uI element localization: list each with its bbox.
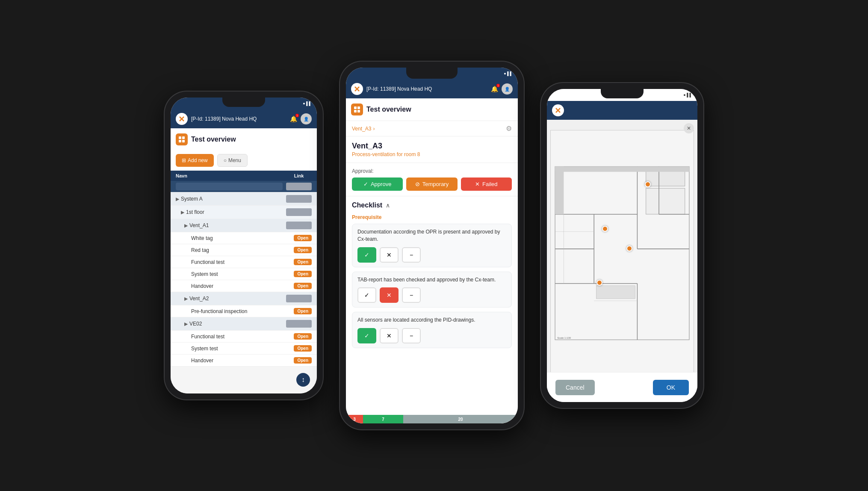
link-cell-system-a[interactable] xyxy=(286,195,312,203)
tree-item-pre-functional[interactable]: Pre-functional inspection Open xyxy=(171,305,317,317)
badge-functional-test-2: Open xyxy=(294,333,312,340)
checklist-item-3: All sensors are located according the PI… xyxy=(352,312,512,348)
tree-item-functional-test[interactable]: Functional test Open xyxy=(171,256,317,268)
detail-page-header: Test overview xyxy=(346,98,518,121)
link-cell-1st-floor[interactable] xyxy=(286,208,312,216)
tree-item-1st-floor[interactable]: ▶ 1st floor xyxy=(171,206,317,219)
tree-item-white-tag[interactable]: White tag Open xyxy=(171,232,317,244)
add-icon: ⊞ xyxy=(182,157,186,163)
checklist-item-3-na-btn[interactable]: − xyxy=(402,328,421,343)
tree-item-system-test-2[interactable]: System test Open xyxy=(171,343,317,355)
tree-item-ve02[interactable]: ▶ VE02 xyxy=(171,317,317,331)
search-field[interactable] xyxy=(176,183,283,190)
notification-bell-2[interactable]: 🔔 1 xyxy=(491,86,498,92)
tree-item-label-red-tag: Red tag xyxy=(176,247,294,253)
user-avatar-1[interactable]: 👤 xyxy=(301,113,312,124)
svg-rect-21 xyxy=(555,167,689,172)
settings-gear-icon[interactable]: ⚙ xyxy=(506,124,512,133)
folder-icon-system-a: ▶ xyxy=(176,196,179,202)
approval-buttons: ✓ Approve ⊘ Temporary ✕ Failed xyxy=(352,177,512,191)
add-new-button[interactable]: ⊞ Add new xyxy=(176,154,214,167)
svg-rect-0 xyxy=(179,136,181,139)
nav-bar-1: [P-Id: 11389] Nova Head HQ 🔔 1 👤 xyxy=(171,109,317,128)
checklist-item-1-approve-btn[interactable]: ✓ xyxy=(357,247,376,263)
folder-icon-vent-a1: ▶ xyxy=(184,223,188,228)
failed-button[interactable]: ✕ Failed xyxy=(461,177,512,191)
tree-item-handover[interactable]: Handover Open xyxy=(171,280,317,292)
tree-item-red-tag[interactable]: Red tag Open xyxy=(171,244,317,256)
floorplan-close-button[interactable]: ✕ xyxy=(684,123,694,133)
progress-bar-bottom: 3 7 20 xyxy=(346,415,518,423)
tree-item-functional-test-2[interactable]: Functional test Open xyxy=(171,331,317,343)
badge-handover-2: Open xyxy=(294,357,312,364)
checklist-item-2-reject-btn[interactable]: ✕ xyxy=(380,287,399,303)
breadcrumb-arrow-icon: › xyxy=(373,126,375,132)
floor-plan-marker-4[interactable] xyxy=(596,280,602,286)
approve-button[interactable]: ✓ Approve xyxy=(352,177,403,191)
svg-rect-3 xyxy=(182,140,185,142)
checklist-item-1-na-btn[interactable]: − xyxy=(402,247,421,263)
checklist-collapse-button[interactable]: ∧ xyxy=(386,202,390,209)
search-row xyxy=(171,181,317,192)
checklist-item-3-approve-btn[interactable]: ✓ xyxy=(357,328,376,343)
checklist-item-2-na-btn[interactable]: − xyxy=(402,287,421,303)
floor-plan-marker-3[interactable] xyxy=(626,246,632,251)
nav-bar-3 xyxy=(547,101,697,120)
breadcrumb-text: Vent_A3 xyxy=(352,126,371,132)
approve-check-icon: ✓ xyxy=(363,181,368,187)
page-icon-1 xyxy=(176,133,188,145)
checklist-item-2-text: TAB-report has been checked and approved… xyxy=(357,276,506,284)
tree-item-system-test[interactable]: System test Open xyxy=(171,268,317,280)
tree-item-vent-a1[interactable]: ▶ Vent_A1 xyxy=(171,219,317,232)
tree-item-label-functional-test: Functional test xyxy=(176,259,294,265)
floorplan-cancel-button[interactable]: Cancel xyxy=(555,380,595,395)
floor-plan-svg: Scale 1:100 xyxy=(551,130,694,376)
detail-header: Vent_A3 Process-ventilation for room 8 xyxy=(346,136,518,163)
floor-plan-marker-1[interactable] xyxy=(645,181,651,187)
folder-icon-vent-a2: ▶ xyxy=(184,296,188,302)
phone-2-screen: ● ▌▌ [P-Id: 11389] Nova Head HQ 🔔 1 👤 xyxy=(346,68,518,423)
nav-title-2: [P-Id: 11389] Nova Head HQ xyxy=(366,86,487,92)
svg-rect-7 xyxy=(357,110,360,112)
checklist-item-1-reject-btn[interactable]: ✕ xyxy=(380,247,399,263)
checklist-item-3-reject-btn[interactable]: ✕ xyxy=(380,328,399,343)
detail-title: Vent_A3 xyxy=(352,142,512,151)
tree-item-handover-2[interactable]: Handover Open xyxy=(171,355,317,367)
checklist-group-label: Prerequisite xyxy=(352,214,512,220)
status-icons-3: ● ▌▌ xyxy=(683,93,692,97)
scroll-fab-button[interactable]: ↕ xyxy=(296,373,310,387)
svg-rect-17 xyxy=(646,188,685,214)
floor-plan-marker-2[interactable] xyxy=(602,226,608,232)
checklist-item-1-buttons: ✓ ✕ − xyxy=(357,247,506,263)
svg-rect-26 xyxy=(596,286,635,299)
notification-bell-1[interactable]: 🔔 1 xyxy=(290,115,297,122)
link-cell-vent-a2[interactable] xyxy=(286,295,312,302)
notch-2 xyxy=(406,68,458,79)
tree-item-label-vent-a2: Vent_A2 xyxy=(189,296,283,302)
page-title-1: Test overview xyxy=(191,136,236,143)
user-avatar-2[interactable]: 👤 xyxy=(502,83,513,95)
chk-times-icon-3: ✕ xyxy=(387,332,392,339)
screen1-content: Test overview ⊞ Add new ○ Menu Navn Link xyxy=(171,128,317,393)
floorplan-ok-button[interactable]: OK xyxy=(653,380,689,395)
tree-item-vent-a2[interactable]: ▶ Vent_A2 xyxy=(171,292,317,305)
scroll-icon: ↕ xyxy=(301,376,305,384)
chk-minus-icon-2: − xyxy=(410,292,413,299)
notification-badge-1: 1 xyxy=(295,114,299,117)
svg-rect-1 xyxy=(182,136,185,139)
link-cell-vent-a1[interactable] xyxy=(286,222,312,229)
link-cell-ve02[interactable] xyxy=(286,320,312,328)
col-header-link: Link xyxy=(286,173,312,178)
tree-item-system-a[interactable]: ▶ System A xyxy=(171,192,317,206)
chk-check-icon-1: ✓ xyxy=(364,251,369,258)
menu-button[interactable]: ○ Menu xyxy=(217,154,248,167)
col-header-name: Navn xyxy=(176,173,286,178)
progress-approved-segment: 7 xyxy=(363,415,403,423)
checklist-item-2-approve-btn[interactable]: ✓ xyxy=(357,287,376,303)
svg-text:Scale 1:100: Scale 1:100 xyxy=(557,337,571,339)
checklist-item-3-buttons: ✓ ✕ − xyxy=(357,328,506,343)
svg-rect-2 xyxy=(179,140,181,142)
breadcrumb-bar: Vent_A3 › ⚙ xyxy=(346,121,518,136)
checklist-title: Checklist xyxy=(352,201,382,209)
temporary-button[interactable]: ⊘ Temporary xyxy=(406,177,457,191)
